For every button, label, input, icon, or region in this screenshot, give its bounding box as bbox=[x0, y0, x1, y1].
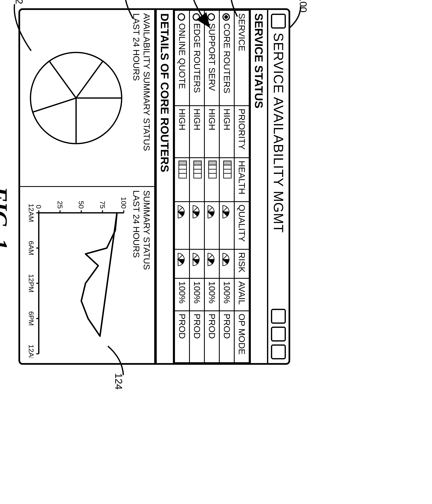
line-label-line1: SUMMARY STATUS bbox=[142, 190, 152, 270]
summary-line-chart: 025507510012AM6AM12PM6PM12AM bbox=[24, 192, 128, 358]
health-bar-icon bbox=[223, 161, 232, 179]
cell-avail: 100% bbox=[175, 278, 189, 311]
gauge-icon bbox=[207, 205, 215, 219]
line-label-line2: LAST 24 HOURS bbox=[131, 190, 141, 258]
app-window: SERVICE AVAILABILITY MGMT SERVICE STATUS… bbox=[18, 8, 290, 365]
titlebar: SERVICE AVAILABILITY MGMT bbox=[267, 10, 288, 363]
y-tick-label: 100 bbox=[120, 197, 128, 209]
col-health: HEALTH bbox=[234, 158, 249, 202]
col-quality: QUALITY bbox=[234, 202, 249, 250]
system-menu-icon[interactable] bbox=[271, 14, 286, 29]
cell-health bbox=[204, 158, 219, 202]
window-title: SERVICE AVAILABILITY MGMT bbox=[271, 33, 286, 233]
gauge-icon bbox=[207, 252, 215, 267]
health-bar-icon bbox=[179, 161, 187, 179]
table-row[interactable]: SUPPORT SERVHIGH100%PROD bbox=[204, 10, 219, 363]
cell-quality bbox=[175, 202, 189, 250]
minimize-button[interactable] bbox=[271, 309, 286, 324]
gauge-icon bbox=[177, 252, 186, 267]
figure-label: FIG. 1 bbox=[0, 187, 12, 250]
service-status-heading: SERVICE STATUS bbox=[250, 10, 267, 363]
pie-label-line1: AVAILABILITY SUMMARY STATUS bbox=[142, 13, 152, 151]
callout-124: 124 bbox=[113, 373, 124, 390]
availability-pie-chart bbox=[24, 40, 128, 156]
x-tick-label: 6AM bbox=[27, 241, 35, 255]
row-radio-icon[interactable] bbox=[178, 13, 185, 21]
cell-opmode: PROD bbox=[204, 311, 219, 363]
cell-opmode: PROD bbox=[219, 311, 234, 363]
y-tick-label: 0 bbox=[35, 205, 43, 209]
col-service: SERVICE bbox=[234, 10, 249, 106]
health-bar-icon bbox=[208, 161, 217, 179]
cell-avail: 100% bbox=[204, 278, 219, 311]
cell-priority: HIGH bbox=[204, 106, 219, 158]
cell-service[interactable]: CORE ROUTERS bbox=[219, 10, 234, 106]
cell-opmode: PROD bbox=[189, 311, 204, 363]
cell-health bbox=[189, 158, 204, 202]
close-button[interactable] bbox=[271, 344, 286, 359]
table-header-row: SERVICE PRIORITY HEALTH QUALITY RISK AVA… bbox=[234, 10, 249, 363]
window-buttons bbox=[271, 309, 286, 359]
table-row[interactable]: CORE ROUTERSHIGH100%PROD bbox=[219, 10, 234, 363]
cell-risk bbox=[219, 249, 234, 278]
cell-priority: HIGH bbox=[189, 106, 204, 158]
cell-health bbox=[175, 158, 189, 202]
cell-priority: HIGH bbox=[219, 106, 234, 158]
callout-100: 100 bbox=[297, 0, 309, 12]
gauge-icon bbox=[192, 252, 200, 267]
cell-health bbox=[219, 158, 234, 202]
pie-slice bbox=[76, 98, 122, 144]
cell-risk bbox=[189, 249, 204, 278]
service-status-table: SERVICE PRIORITY HEALTH QUALITY RISK AVA… bbox=[174, 10, 250, 363]
y-tick-label: 25 bbox=[56, 201, 64, 209]
service-name: ONLINE QUOTE bbox=[177, 23, 187, 89]
y-tick-label: 50 bbox=[77, 201, 85, 209]
maximize-button[interactable] bbox=[271, 327, 286, 342]
callout-122: 122 bbox=[13, 0, 25, 4]
cell-opmode: PROD bbox=[175, 311, 189, 363]
health-bar-icon bbox=[193, 161, 202, 179]
col-opmode: OP MODE bbox=[234, 311, 249, 363]
pie-pane: AVAILABILITY SUMMARY STATUS LAST 24 HOUR… bbox=[20, 10, 154, 187]
col-avail: AVAIL bbox=[234, 278, 249, 311]
gauge-icon bbox=[177, 205, 186, 219]
cell-risk bbox=[204, 249, 219, 278]
line-series bbox=[81, 213, 117, 336]
gauge-icon bbox=[222, 252, 230, 267]
y-tick-label: 75 bbox=[99, 201, 107, 209]
cell-priority: HIGH bbox=[175, 106, 189, 158]
col-risk: RISK bbox=[234, 249, 249, 278]
service-name: CORE ROUTERS bbox=[222, 23, 232, 93]
col-priority: PRIORITY bbox=[234, 106, 249, 158]
x-tick-label: 12PM bbox=[27, 274, 35, 293]
line-pane: SUMMARY STATUS LAST 24 HOURS 02550751001… bbox=[20, 187, 154, 363]
cell-quality bbox=[219, 202, 234, 250]
line-label: SUMMARY STATUS LAST 24 HOURS bbox=[131, 190, 152, 360]
details-heading: DETAILS OF CORE ROUTERS bbox=[155, 10, 174, 363]
gauge-icon bbox=[222, 205, 230, 219]
pie-label: AVAILABILITY SUMMARY STATUS LAST 24 HOUR… bbox=[131, 13, 152, 183]
x-tick-label: 12AM bbox=[27, 345, 35, 358]
x-tick-label: 6PM bbox=[27, 311, 35, 326]
details-row: AVAILABILITY SUMMARY STATUS LAST 24 HOUR… bbox=[20, 10, 155, 363]
cell-avail: 100% bbox=[189, 278, 204, 311]
table-row[interactable]: EDGE ROUTERSHIGH100%PROD bbox=[189, 10, 204, 363]
cell-quality bbox=[204, 202, 219, 250]
cell-risk bbox=[175, 249, 189, 278]
gauge-icon bbox=[192, 205, 200, 219]
cell-quality bbox=[189, 202, 204, 250]
table-row[interactable]: ONLINE QUOTEHIGH100%PROD bbox=[175, 10, 189, 363]
x-tick-label: 12AM bbox=[27, 204, 35, 222]
cell-avail: 100% bbox=[219, 278, 234, 311]
